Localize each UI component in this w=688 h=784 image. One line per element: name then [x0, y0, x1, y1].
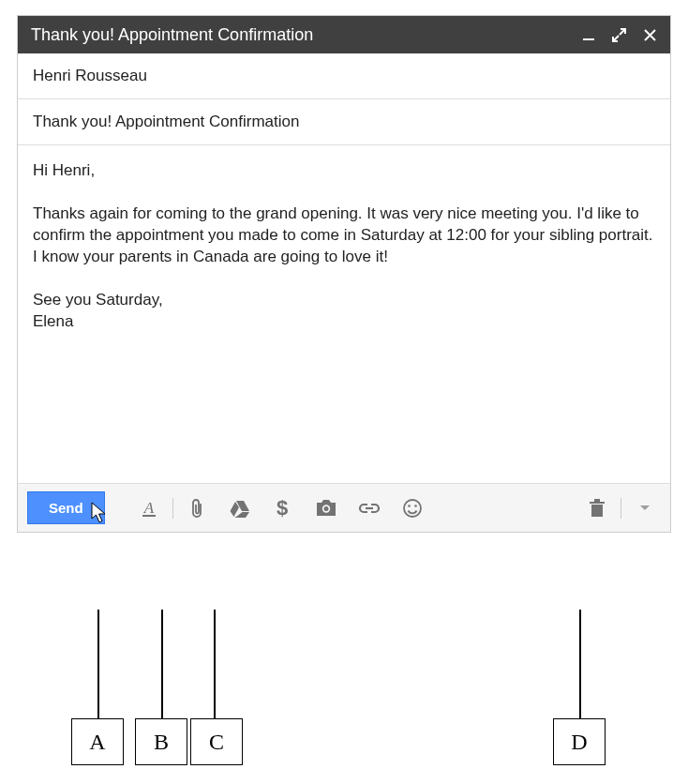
subject-field[interactable]: Thank you! Appointment Confirmation — [18, 99, 670, 145]
send-button-label: Send — [49, 500, 83, 516]
window-controls — [582, 28, 657, 42]
compose-window: Thank you! Appointment Confirmation Henr… — [17, 15, 671, 533]
mouse-cursor-icon — [91, 502, 108, 527]
window-title: Thank you! Appointment Confirmation — [31, 25, 582, 45]
annotation-line — [579, 610, 581, 718]
svg-text:$: $ — [277, 497, 288, 520]
svg-point-7 — [408, 505, 411, 507]
send-button[interactable]: Send — [27, 491, 105, 524]
annotation-line — [97, 610, 99, 718]
annotation-label-d: D — [553, 718, 606, 765]
message-body[interactable]: Hi Henri, Thanks again for coming to the… — [18, 145, 670, 483]
svg-rect-0 — [583, 38, 594, 40]
to-field[interactable]: Henri Rousseau — [18, 53, 670, 99]
annotation-label-b: B — [135, 718, 187, 765]
emoji-icon[interactable] — [396, 492, 428, 524]
svg-point-8 — [414, 505, 417, 507]
insert-link-icon[interactable] — [353, 492, 385, 524]
insert-photo-icon[interactable] — [310, 492, 342, 524]
toolbar-divider — [621, 498, 621, 519]
toolbar-divider — [172, 498, 173, 519]
expand-icon[interactable] — [612, 28, 626, 42]
svg-point-6 — [404, 500, 421, 517]
minimize-icon[interactable] — [582, 28, 595, 41]
annotation-label-a: A — [71, 718, 124, 765]
close-icon[interactable] — [643, 28, 657, 42]
drive-icon[interactable] — [224, 492, 256, 524]
svg-rect-10 — [590, 502, 605, 504]
discard-draft-icon[interactable] — [581, 492, 613, 524]
svg-point-5 — [323, 506, 328, 511]
formatting-icon[interactable]: A — [133, 492, 165, 524]
svg-rect-2 — [142, 515, 156, 517]
compose-toolbar: Send A — [18, 483, 670, 532]
titlebar: Thank you! Appointment Confirmation — [18, 16, 670, 53]
svg-text:A: A — [142, 499, 154, 517]
annotation-line — [214, 610, 216, 718]
svg-rect-9 — [591, 505, 603, 517]
annotation-line — [161, 610, 163, 718]
annotation-label-c: C — [190, 718, 243, 765]
money-icon[interactable]: $ — [267, 492, 299, 524]
attach-file-icon[interactable] — [181, 492, 213, 524]
more-options-icon[interactable] — [629, 492, 661, 524]
svg-rect-11 — [594, 499, 600, 502]
